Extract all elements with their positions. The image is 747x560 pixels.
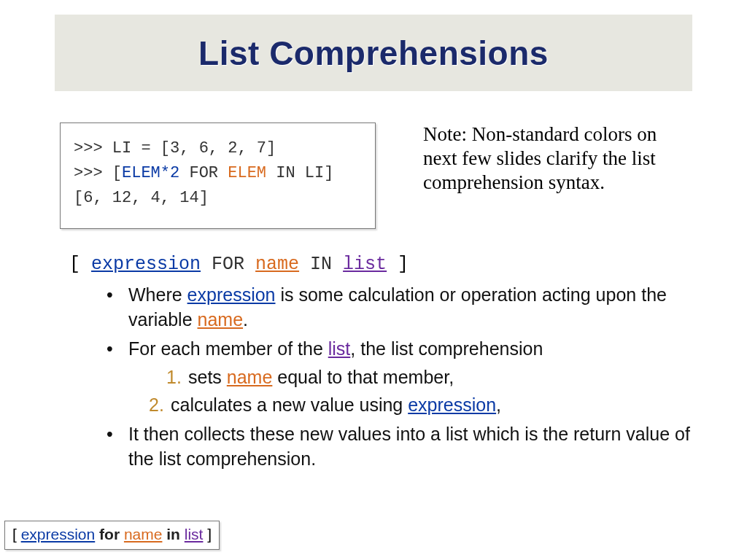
slide-title: List Comprehensions [198,34,549,73]
bullet-3: It then collects these new values into a… [93,422,707,472]
side-note: Note: Non-standard colors on next few sl… [423,122,686,195]
code-variable-name: ELEM [228,164,266,182]
text-name: name [227,367,273,387]
code-line-1: >>> LI = [3, 6, 2, 7] [74,136,362,161]
code-line-3: [6, 12, 4, 14] [74,186,362,211]
bullet-2: For each member of the list, the list co… [93,337,707,418]
text-expression: expression [187,284,276,305]
footer-syntax-box: [ expression for name in list ] [4,521,220,550]
footer-list: list [185,526,204,542]
syntax-expression: expression [91,254,201,275]
bullet-1: Where expression is some calculation or … [93,283,707,332]
code-line-2: >>> [ELEM*2 FOR ELEM IN LI] [74,161,362,186]
syntax-list: list [343,254,387,275]
code-example-box: >>> LI = [3, 6, 2, 7] >>> [ELEM*2 FOR EL… [60,122,376,229]
title-bar: List Comprehensions [55,15,692,91]
code-expression: ELEM*2 [122,164,179,182]
syntax-name: name [255,254,299,275]
text-list: list [328,338,351,359]
explanation-list: Where expression is some calculation or … [93,283,707,475]
step-1: sets name equal to that member, [128,365,707,390]
text-expression: expression [408,394,496,415]
footer-expression: expression [21,526,96,542]
text-name: name [198,309,244,330]
footer-name: name [124,526,163,542]
step-2: calculates a new value using expression, [128,393,707,418]
syntax-template: [ expression FOR name IN list ] [69,254,409,275]
